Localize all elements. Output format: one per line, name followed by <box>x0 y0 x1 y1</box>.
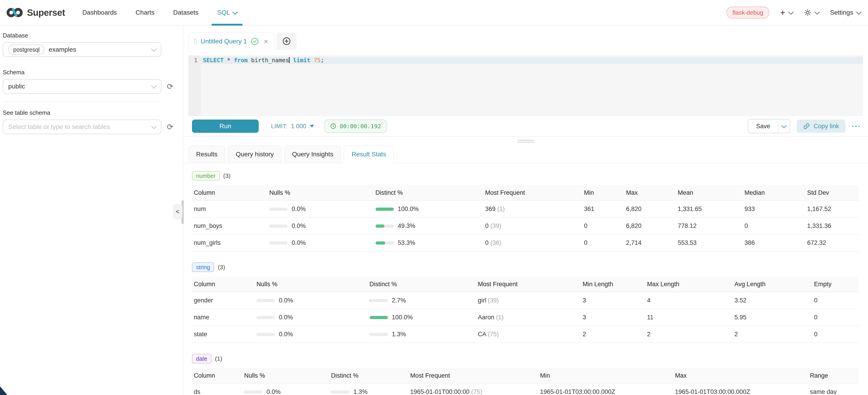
nav-item-sql[interactable]: SQL <box>212 0 243 25</box>
distinct-progress-bar <box>375 241 394 245</box>
column-header: Empty <box>812 277 859 292</box>
cell-most-frequent: CA (75) <box>476 326 581 343</box>
line-number-gutter: 1 <box>188 55 201 116</box>
sql-editor-pane: Untitled Query 1 × <box>183 26 868 395</box>
close-tab-icon[interactable]: × <box>264 38 268 45</box>
query-tab[interactable]: Untitled Query 1 × <box>188 32 275 50</box>
column-header: Avg Length <box>733 277 812 292</box>
save-button[interactable]: Save <box>748 120 778 133</box>
cell-nulls-pct: 0.0% <box>255 326 368 343</box>
sun-icon <box>804 9 811 17</box>
copy-link-button[interactable]: Copy link <box>797 120 845 133</box>
stats-section-number: number(3)ColumnNulls %Distinct %Most Fre… <box>192 171 859 251</box>
nulls-progress-bar <box>269 241 287 245</box>
sql-code-editor[interactable]: 1 SELECT * from birth_names limit 75; <box>188 55 863 116</box>
nav-item-dashboards[interactable]: Dashboards <box>77 0 122 25</box>
superset-sql-lab: Superset DashboardsChartsDatasetsSQL fla… <box>0 0 868 395</box>
cell-value: 0 <box>812 326 859 343</box>
new-item-menu[interactable]: + <box>780 8 793 17</box>
resize-handle-icon[interactable] <box>518 140 534 144</box>
nulls-progress-bar <box>256 299 275 302</box>
schema-select[interactable]: public <box>3 79 161 94</box>
stats-table: ColumnNulls %Distinct %Most FrequentMinM… <box>192 368 859 395</box>
cell-value: 3 <box>581 309 645 326</box>
refresh-schemas-icon[interactable]: ⟳ <box>167 83 174 90</box>
run-button[interactable]: Run <box>192 120 259 133</box>
column-header: Column <box>192 277 255 292</box>
clock-icon <box>330 123 336 129</box>
cell-value: 0 <box>582 234 624 251</box>
settings-menu[interactable]: Settings <box>830 9 861 16</box>
editor-toolbar: Run LIMIT: 1 000 00:00:00.192 Sa <box>183 116 868 137</box>
database-field: Database postgresql examples <box>3 32 183 57</box>
table-schema-field: See table schema Select table or type to… <box>3 109 183 134</box>
type-badge-number: number <box>192 171 220 181</box>
south-tabs: ResultsQuery historyQuery InsightsResult… <box>183 145 868 163</box>
cell-most-frequent: 0 (36) <box>484 234 582 251</box>
cell-value: 386 <box>743 234 805 251</box>
table-header-row: ColumnNulls %Distinct %Most FrequentMinM… <box>192 368 859 383</box>
database-select[interactable]: postgresql examples <box>3 42 161 57</box>
add-tab-button[interactable] <box>277 32 297 50</box>
column-header: Most Frequent <box>484 185 582 201</box>
nav-item-datasets[interactable]: Datasets <box>168 0 204 25</box>
cell-value: 1965-01-01T03:00:00.000Z <box>673 383 808 395</box>
collapse-sidebar-button[interactable]: < <box>173 204 182 219</box>
column-header: Min <box>538 368 673 383</box>
table-select[interactable]: Select table or type to search tables <box>3 120 161 134</box>
chevron-down-icon <box>814 9 820 14</box>
plus-circle-icon <box>282 37 291 46</box>
column-header: Nulls % <box>242 368 329 383</box>
cell-column-name: ds <box>192 383 242 395</box>
brand-name: Superset <box>27 7 65 18</box>
cell-value: 2 <box>733 326 812 343</box>
cell-value: 361 <box>582 201 624 217</box>
column-header: Distinct % <box>368 277 476 292</box>
distinct-progress-bar <box>370 299 388 302</box>
query-tabbar: Untitled Query 1 × <box>188 32 863 50</box>
table-schema-label: See table schema <box>3 109 183 116</box>
cell-value: 0 <box>812 292 859 309</box>
nav-items: DashboardsChartsDatasetsSQL <box>77 0 250 25</box>
tab-query-history[interactable]: Query history <box>228 145 282 163</box>
tab-query-insights[interactable]: Query Insights <box>284 145 341 163</box>
chevron-down-icon <box>788 9 794 14</box>
refresh-tables-icon[interactable]: ⟳ <box>167 123 174 131</box>
table-row: gender0.0%2.7%girl (39)343.520 <box>192 292 859 309</box>
tab-results[interactable]: Results <box>188 145 225 163</box>
schema-field: Schema public ⟳ <box>3 69 183 94</box>
more-options-button[interactable]: ··· <box>852 122 861 130</box>
cell-value: 778.12 <box>676 217 743 234</box>
nav-item-charts[interactable]: Charts <box>130 0 160 25</box>
cell-value: 0 <box>743 217 805 234</box>
chevron-down-icon <box>151 123 157 129</box>
sql-code-line: SELECT * from birth_names limit 75; <box>201 57 863 64</box>
nulls-progress-bar <box>269 224 287 228</box>
drag-handle-icon[interactable] <box>194 38 196 44</box>
cell-value: 1965-01-01T03:00:00.000Z <box>538 383 673 395</box>
limit-dropdown[interactable]: LIMIT: 1 000 <box>271 123 314 130</box>
nav-item-label: Charts <box>135 9 154 16</box>
cell-distinct-pct: 100.0% <box>374 201 484 217</box>
superset-brand[interactable]: Superset <box>6 7 65 18</box>
column-count: (3) <box>218 264 225 271</box>
navbar: Superset DashboardsChartsDatasetsSQL fla… <box>0 0 868 26</box>
table-header-row: ColumnNulls %Distinct %Most FrequentMinM… <box>192 185 859 201</box>
schema-value: public <box>8 83 25 90</box>
save-menu-button[interactable] <box>778 120 790 133</box>
tab-result-stats[interactable]: Result Stats <box>344 145 394 163</box>
cell-most-frequent: 1965-01-01T00:00:00 (75) <box>408 383 538 395</box>
sidebar-divider <box>3 101 161 102</box>
elapsed-timer: 00:00:00.192 <box>324 120 386 133</box>
type-badge-string: string <box>192 263 214 272</box>
cell-nulls-pct: 0.0% <box>255 309 368 326</box>
stats-section-string: string(3)ColumnNulls %Distinct %Most Fre… <box>192 263 859 343</box>
table-row: name0.0%100.0%Aaron (1)3115.950 <box>192 309 859 326</box>
theme-menu[interactable] <box>804 9 819 17</box>
cell-nulls-pct: 0.0% <box>268 217 373 234</box>
cell-value: 3.52 <box>733 292 812 309</box>
limit-value: 1 000 <box>291 123 307 130</box>
column-header: Distinct % <box>374 185 484 201</box>
distinct-progress-bar <box>375 208 394 211</box>
column-header: Max <box>673 368 808 383</box>
